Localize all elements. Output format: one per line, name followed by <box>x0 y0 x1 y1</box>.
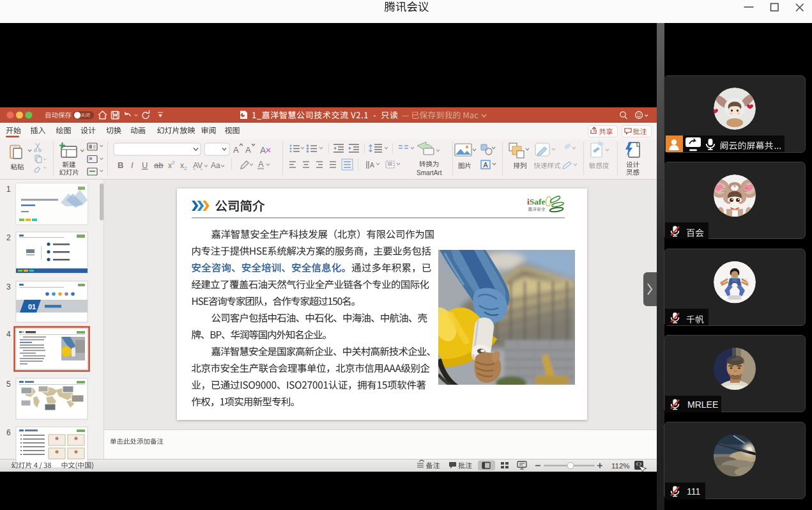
svg-text:1: 1 <box>6 185 11 194</box>
svg-text:U: U <box>142 160 148 170</box>
svg-text:A: A <box>260 145 266 155</box>
svg-text:ab: ab <box>154 160 163 170</box>
svg-text:6: 6 <box>6 428 11 437</box>
svg-text:01: 01 <box>28 303 36 311</box>
svg-text:A: A <box>484 161 488 169</box>
svg-text:5: 5 <box>6 380 11 389</box>
svg-text:3: 3 <box>6 282 11 291</box>
svg-text:A: A <box>233 145 239 155</box>
svg-text:A: A <box>245 145 251 155</box>
svg-text:2: 2 <box>184 166 187 171</box>
svg-text:2: 2 <box>172 160 175 166</box>
svg-text:2: 2 <box>6 233 11 242</box>
svg-text:I: I <box>131 160 134 170</box>
svg-text:4: 4 <box>6 330 11 339</box>
svg-text:AV: AV <box>193 161 203 170</box>
svg-text:Aa: Aa <box>211 161 220 170</box>
svg-text:B: B <box>118 160 123 170</box>
svg-text:A: A <box>370 162 374 169</box>
svg-text:A: A <box>258 159 264 169</box>
